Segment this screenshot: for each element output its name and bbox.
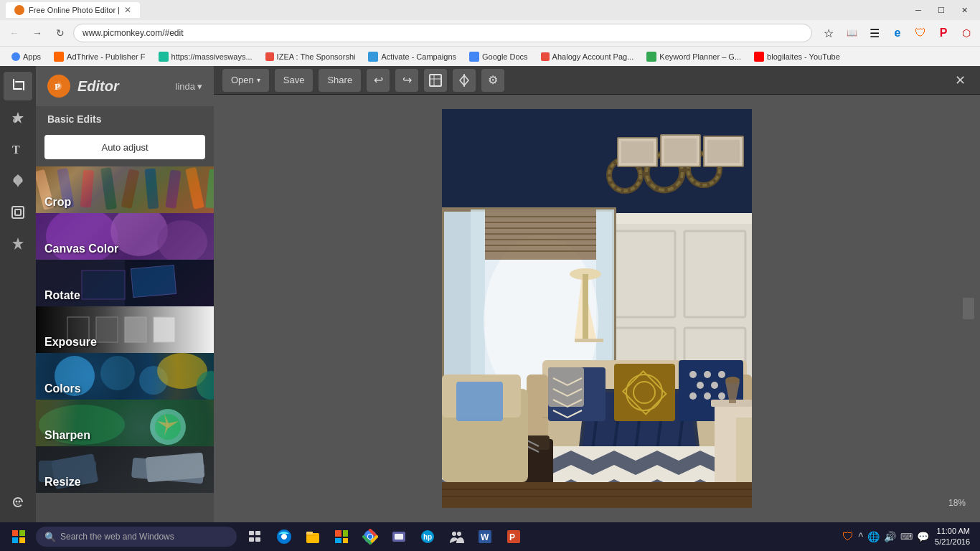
text-tool-btn[interactable]: T xyxy=(4,135,32,164)
exposure-item[interactable]: Exposure xyxy=(36,306,214,353)
hub-icon[interactable]: ☰ xyxy=(865,24,884,42)
bookmark-apps[interactable]: Apps xyxy=(6,49,47,65)
bookmark-izea[interactable]: IZEA : The Sponsorshi xyxy=(260,49,362,65)
bookmark-activate[interactable]: Activate - Campaigns xyxy=(362,49,462,65)
svg-rect-146 xyxy=(343,538,348,543)
word-taskbar-icon[interactable]: W xyxy=(472,524,498,550)
svg-point-149 xyxy=(368,534,372,539)
up-arrow-icon[interactable]: ^ xyxy=(858,531,863,542)
svg-point-101 xyxy=(711,382,718,389)
resize-label: Resize xyxy=(36,471,90,493)
effects-tool-btn[interactable] xyxy=(4,166,32,195)
save-button[interactable]: Save xyxy=(275,69,314,92)
flip-button[interactable] xyxy=(453,69,476,92)
share-button[interactable]: Share xyxy=(319,69,361,92)
bookmark-massive-label: https://massivesways... xyxy=(171,52,253,61)
exposure-label: Exposure xyxy=(36,331,105,353)
svg-rect-31 xyxy=(131,265,176,297)
settings-button[interactable]: ⚙ xyxy=(481,69,504,92)
bookmark-adthrive[interactable]: AdThrive - Publisher F xyxy=(48,49,151,65)
bookmark-keyword[interactable]: Keyword Planner – G... xyxy=(641,49,747,65)
network-icon[interactable]: 🌐 xyxy=(867,531,880,542)
avast-icon[interactable]: 🛡 xyxy=(911,24,930,42)
image-size-button[interactable] xyxy=(424,69,447,92)
auto-adjust-button[interactable]: Auto adjust xyxy=(44,135,205,159)
undo-button[interactable]: ↩ xyxy=(367,69,390,92)
svg-rect-136 xyxy=(19,537,25,543)
basic-edits-title: Basic Edits xyxy=(36,106,214,132)
reader-icon[interactable]: 📖 xyxy=(842,24,861,42)
activate-icon xyxy=(368,52,378,62)
app-logo: P xyxy=(47,75,70,98)
edge-taskbar-icon[interactable] xyxy=(271,524,297,550)
adthrive-icon xyxy=(54,52,64,62)
stickers-tool-btn[interactable] xyxy=(4,488,32,517)
bookmark-ahalogy[interactable]: Ahalogy Account Pag... xyxy=(535,49,640,65)
bookmark-massive[interactable]: https://massivesways... xyxy=(153,49,258,65)
star-icon[interactable]: ☆ xyxy=(819,24,838,42)
forward-button[interactable]: → xyxy=(27,23,47,43)
snipping-taskbar-icon[interactable] xyxy=(386,524,412,550)
close-window-button[interactable]: ✕ xyxy=(954,3,974,17)
minimize-button[interactable]: ─ xyxy=(908,3,928,17)
colors-item[interactable]: Colors xyxy=(36,353,214,400)
store-taskbar-icon[interactable] xyxy=(329,524,354,550)
search-placeholder: Search the web and Windows xyxy=(60,532,174,542)
taskbar-search[interactable]: 🔍 Search the web and Windows xyxy=(36,527,237,547)
chrome-taskbar-icon[interactable] xyxy=(357,524,383,550)
taskbar-pinned-icons: hp W P xyxy=(242,524,527,550)
edge-icon[interactable]: e xyxy=(888,24,907,42)
url-text: www.picmonkey.com/#edit xyxy=(83,28,184,38)
bookmark-gdocs[interactable]: Google Docs xyxy=(463,49,534,65)
browser-tab[interactable]: Free Online Photo Editor | ✕ xyxy=(6,2,140,18)
scroll-handle[interactable] xyxy=(963,298,974,319)
open-button[interactable]: Open ▾ xyxy=(222,69,269,92)
people-taskbar-icon[interactable] xyxy=(443,524,469,550)
touchup-tool-btn[interactable] xyxy=(4,103,32,132)
svg-rect-137 xyxy=(249,531,254,535)
address-bar[interactable]: www.picmonkey.com/#edit xyxy=(73,24,812,42)
refresh-button[interactable]: ↻ xyxy=(50,23,70,43)
svg-text:W: W xyxy=(481,532,489,542)
svg-point-99 xyxy=(718,371,725,378)
bookmark-blogilates[interactable]: blogilaites - YouTube xyxy=(748,49,846,65)
clock-time: 11:00 AM xyxy=(935,526,970,537)
canvas-color-item[interactable]: Canvas Color xyxy=(36,213,214,260)
maximize-button[interactable]: ☐ xyxy=(931,3,951,17)
start-button[interactable] xyxy=(4,522,33,551)
svg-rect-145 xyxy=(335,538,341,543)
system-clock[interactable]: 11:00 AM 5/21/2016 xyxy=(935,526,970,548)
textures-tool-btn[interactable] xyxy=(4,230,32,258)
browser-nav-icons: ☆ 📖 ☰ e 🛡 P ⬡ xyxy=(819,24,976,42)
svg-rect-121 xyxy=(621,141,654,163)
pinterest-icon[interactable]: P xyxy=(934,24,953,42)
rotate-item[interactable]: Rotate xyxy=(36,260,214,306)
open-chevron-icon: ▾ xyxy=(257,76,260,84)
svg-point-102 xyxy=(689,392,697,400)
tab-close-button[interactable]: ✕ xyxy=(124,5,131,15)
lastpass-icon[interactable]: ⬡ xyxy=(957,24,976,42)
antivirus-icon[interactable]: 🛡 xyxy=(842,530,854,543)
keyboard-icon[interactable]: ⌨ xyxy=(900,532,913,542)
svg-rect-141 xyxy=(306,533,319,543)
crop-item[interactable]: Crop xyxy=(36,166,214,213)
notification-icon[interactable]: 💬 xyxy=(917,531,929,542)
editor-close-button[interactable]: ✕ xyxy=(948,69,971,92)
volume-icon[interactable]: 🔊 xyxy=(884,531,896,542)
back-button[interactable]: ← xyxy=(4,23,24,43)
sharpen-item[interactable]: Sharpen xyxy=(36,400,214,446)
explorer-taskbar-icon[interactable] xyxy=(300,524,326,550)
app-title: Editor xyxy=(77,78,119,95)
user-menu[interactable]: linda ▾ xyxy=(176,81,202,92)
bookmark-adthrive-label: AdThrive - Publisher F xyxy=(67,52,145,61)
resize-item[interactable]: Resize xyxy=(36,446,214,493)
svg-rect-78 xyxy=(575,339,603,342)
hp-taskbar-icon[interactable]: hp xyxy=(415,524,440,550)
svg-point-103 xyxy=(704,392,711,400)
powerpoint-taskbar-icon[interactable]: P xyxy=(501,524,527,550)
taskview-button[interactable] xyxy=(242,524,268,550)
frames-tool-btn[interactable] xyxy=(4,198,32,227)
redo-button[interactable]: ↪ xyxy=(395,69,418,92)
bookmark-ahalogy-label: Ahalogy Account Pag... xyxy=(552,52,634,61)
crop-tool-btn[interactable] xyxy=(4,72,32,100)
